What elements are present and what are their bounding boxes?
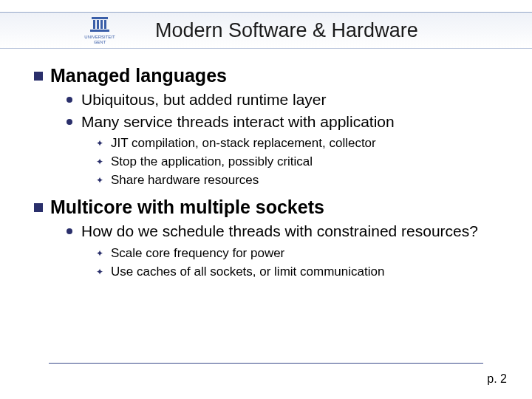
sub-list-item: ✦ JIT compilation, on-stack replacement,… [96,135,498,152]
section-heading-text: Managed languages [50,65,227,86]
list-item-text: Ubiquitous, but added runtime layer [81,89,327,110]
round-bullet-icon [66,119,72,125]
star-bullet-icon: ✦ [96,267,103,276]
list-item: Many service threads interact with appli… [66,112,498,132]
square-bullet-icon [34,72,43,81]
sub-list-item: ✦ Stop the application, possibly critica… [96,154,498,171]
list-item-text: How do we schedule threads with constrai… [81,221,478,242]
star-bullet-icon: ✦ [96,249,103,258]
logo-text-top: UNIVERSITEIT [84,35,115,39]
logo-text-bottom: GENT [94,40,106,44]
sub-list-item-text: Stop the application, possibly critical [111,154,313,171]
university-logo: UNIVERSITEIT GENT [0,13,132,48]
footer-divider [49,363,483,364]
svg-rect-2 [97,20,99,29]
svg-rect-5 [90,30,109,32]
sub-list-item-text: Share hardware resources [111,172,259,189]
sub-list-item: ✦ Scale core frequency for power [96,245,498,262]
sub-list-item-text: Use caches of all sockets, or limit comm… [111,264,384,281]
svg-rect-4 [104,20,106,29]
round-bullet-icon [66,228,72,234]
round-bullet-icon [66,97,72,103]
section-heading: Managed languages [34,65,498,86]
section-heading-text: Multicore with multiple sockets [50,197,324,218]
square-bullet-icon [34,203,43,212]
list-item-text: Many service threads interact with appli… [81,112,395,132]
star-bullet-icon: ✦ [96,176,103,185]
svg-rect-0 [92,17,108,19]
slide-title: Modern Software & Hardware [132,19,532,42]
star-bullet-icon: ✦ [96,139,103,148]
section-heading: Multicore with multiple sockets [34,197,498,218]
star-bullet-icon: ✦ [96,157,103,166]
list-item: Ubiquitous, but added runtime layer [66,89,498,110]
sub-list-item: ✦ Use caches of all sockets, or limit co… [96,264,498,281]
sub-list-item-text: JIT compilation, on-stack replacement, c… [111,135,376,152]
svg-rect-1 [93,20,95,29]
page-number: p. 2 [487,372,507,386]
list-item: How do we schedule threads with constrai… [66,221,498,242]
slide-content: Managed languages Ubiquitous, but added … [0,49,532,281]
sub-list-item: ✦ Share hardware resources [96,172,498,189]
svg-rect-3 [100,20,103,29]
title-bar: UNIVERSITEIT GENT Modern Software & Hard… [0,12,532,49]
sub-list-item-text: Scale core frequency for power [111,245,284,262]
